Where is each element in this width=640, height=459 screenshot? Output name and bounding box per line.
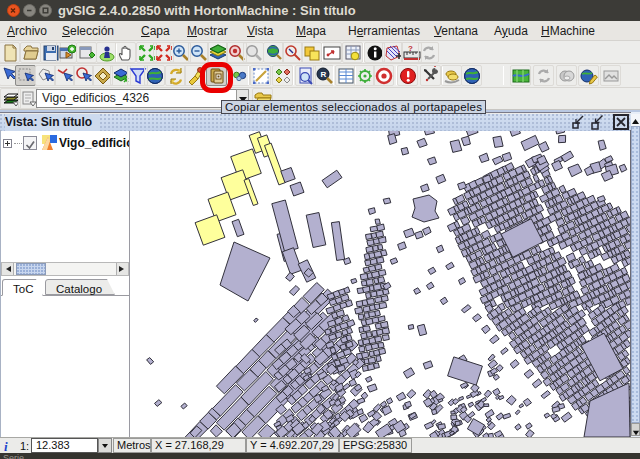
- svg-text:R: R: [321, 70, 327, 79]
- svg-text:?: ?: [408, 44, 413, 53]
